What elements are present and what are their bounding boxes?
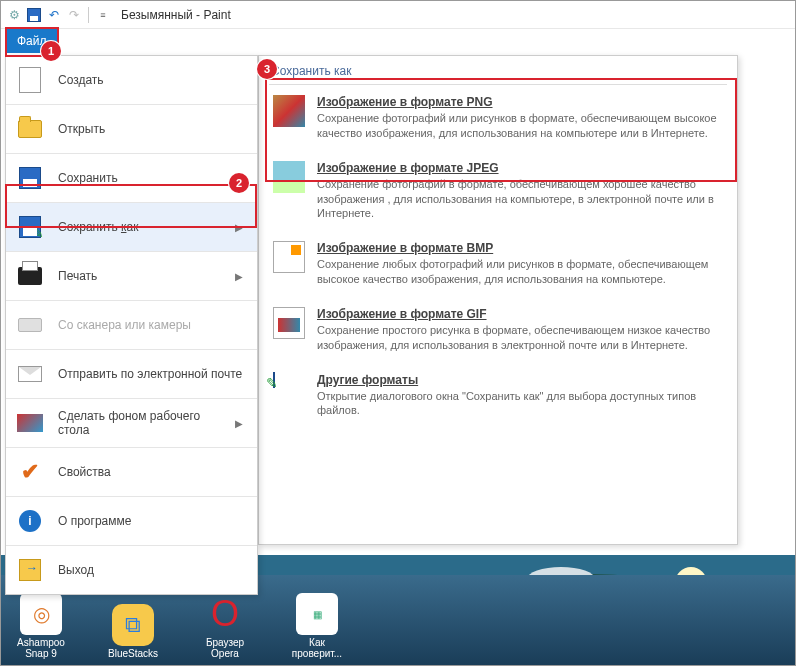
- menu-label: Создать: [58, 73, 247, 87]
- save-as-other[interactable]: ✎ Другие форматы Открытие диалогового ок…: [269, 363, 727, 429]
- desktop-bg-icon: [16, 409, 44, 437]
- format-label: Другие форматы: [317, 373, 723, 387]
- save-as-png[interactable]: Изображение в формате PNG Сохранение фот…: [269, 85, 727, 151]
- bmp-format-icon: [273, 241, 305, 273]
- format-label: Изображение в формате BMP: [317, 241, 723, 255]
- format-desc: Сохранение простого рисунка в формате, о…: [317, 323, 723, 353]
- format-label: Изображение в формате GIF: [317, 307, 723, 321]
- annotation-marker-1: 1: [41, 41, 61, 61]
- exit-icon: [16, 556, 44, 584]
- gif-format-icon: [273, 307, 305, 339]
- annotation-marker-3: 3: [257, 59, 277, 79]
- format-desc: Открытие диалогового окна "Сохранить как…: [317, 389, 723, 419]
- annotation-marker-2: 2: [229, 173, 249, 193]
- taskbar-label: Браузер Opera: [193, 637, 257, 659]
- menu-label: Сохранить как: [58, 220, 221, 234]
- save-as-jpeg[interactable]: Изображение в формате JPEG Сохранение фо…: [269, 151, 727, 232]
- menu-label: Выход: [58, 563, 247, 577]
- taskbar-label: Ashampoo Snap 9: [9, 637, 73, 659]
- format-desc: Сохранение фотографий или рисунков в фор…: [317, 111, 723, 141]
- scanner-icon: [16, 311, 44, 339]
- format-desc: Сохранение фотографий в формате, обеспеч…: [317, 177, 723, 222]
- app-icon: ⧉: [112, 604, 154, 646]
- format-label: Изображение в формате JPEG: [317, 161, 723, 175]
- printer-icon: [16, 262, 44, 290]
- menu-item-save[interactable]: Сохранить: [6, 154, 257, 202]
- chevron-right-icon: ▶: [235, 271, 243, 282]
- save-as-gif[interactable]: Изображение в формате GIF Сохранение про…: [269, 297, 727, 363]
- png-format-icon: [273, 95, 305, 127]
- window-title: Безымянный - Paint: [121, 8, 231, 22]
- taskbar-label: BlueStacks: [108, 648, 158, 659]
- taskbar-item-opera[interactable]: O Браузер Opera: [193, 593, 257, 659]
- app-icon: O: [204, 593, 246, 635]
- floppy-save-as-icon: ✎: [16, 213, 44, 241]
- menu-label: О программе: [58, 514, 247, 528]
- menu-item-about[interactable]: i О программе: [6, 497, 257, 545]
- file-menu: Создать Открыть Сохранить ✎ Сохранить ка…: [5, 55, 258, 595]
- format-desc: Сохранение любых фотографий или рисунков…: [317, 257, 723, 287]
- menu-item-print[interactable]: Печать ▶: [6, 252, 257, 300]
- new-file-icon: [16, 66, 44, 94]
- app-icon: ◎: [20, 593, 62, 635]
- jpeg-format-icon: [273, 161, 305, 193]
- qat-redo-icon[interactable]: ↷: [66, 7, 82, 23]
- taskbar-label: Как проверит...: [285, 637, 349, 659]
- menu-item-scanner: Со сканера или камеры: [6, 301, 257, 349]
- menu-item-exit[interactable]: Выход: [6, 546, 257, 594]
- title-bar: ⚙ ↶ ↷ ≡ Безымянный - Paint: [1, 1, 795, 29]
- qat-dropdown-icon[interactable]: ≡: [95, 7, 111, 23]
- menu-item-email[interactable]: Отправить по электронной почте: [6, 350, 257, 398]
- about-info-icon: i: [16, 507, 44, 535]
- floppy-save-icon: [16, 164, 44, 192]
- save-as-sub-panel: Сохранить как Изображение в формате PNG …: [258, 55, 738, 545]
- menu-label: Сделать фоном рабочего стола: [58, 409, 221, 437]
- app-icon: ▦: [296, 593, 338, 635]
- sub-panel-title: Сохранить как: [269, 60, 727, 85]
- menu-label: Печать: [58, 269, 221, 283]
- qat-separator: [88, 7, 89, 23]
- menu-item-properties[interactable]: ✔ Свойства: [6, 448, 257, 496]
- mail-icon: [16, 360, 44, 388]
- other-format-icon: ✎: [273, 373, 305, 405]
- qat-save-icon[interactable]: [26, 7, 42, 23]
- save-as-bmp[interactable]: Изображение в формате BMP Сохранение люб…: [269, 231, 727, 297]
- menu-label: Со сканера или камеры: [58, 318, 247, 332]
- properties-check-icon: ✔: [16, 458, 44, 486]
- qat-customize-icon[interactable]: ⚙: [6, 7, 22, 23]
- taskbar-item-howcheck[interactable]: ▦ Как проверит...: [285, 593, 349, 659]
- menu-item-save-as[interactable]: ✎ Сохранить как ▶: [6, 203, 257, 251]
- menu-label: Сохранить: [58, 171, 247, 185]
- menu-item-set-desktop[interactable]: Сделать фоном рабочего стола ▶: [6, 399, 257, 447]
- menu-label: Отправить по электронной почте: [58, 367, 247, 381]
- format-label: Изображение в формате PNG: [317, 95, 723, 109]
- menu-item-new[interactable]: Создать: [6, 56, 257, 104]
- chevron-right-icon: ▶: [235, 418, 243, 429]
- taskbar-item-ashampoo[interactable]: ◎ Ashampoo Snap 9: [9, 593, 73, 659]
- folder-open-icon: [16, 115, 44, 143]
- chevron-right-icon: ▶: [235, 222, 243, 233]
- menu-label: Свойства: [58, 465, 247, 479]
- taskbar-item-bluestacks[interactable]: ⧉ BlueStacks: [101, 604, 165, 659]
- menu-item-open[interactable]: Открыть: [6, 105, 257, 153]
- ribbon-bar: Файл: [1, 29, 795, 57]
- menu-label: Открыть: [58, 122, 247, 136]
- qat-undo-icon[interactable]: ↶: [46, 7, 62, 23]
